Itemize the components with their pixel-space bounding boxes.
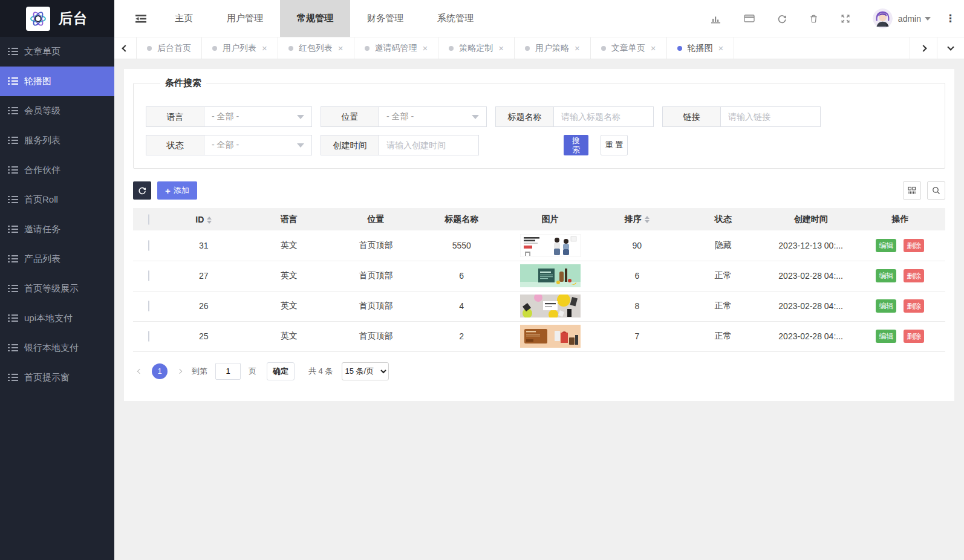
- username-menu[interactable]: admin: [898, 14, 931, 24]
- cell-created: 2023-02-28 04:...: [766, 291, 855, 321]
- position-select[interactable]: - 全部 -: [379, 106, 487, 127]
- nav-item-system-mgmt[interactable]: 系统管理: [420, 0, 490, 37]
- close-icon[interactable]: ×: [423, 44, 428, 53]
- list-icon: [8, 314, 18, 322]
- link-input[interactable]: [721, 106, 821, 127]
- tabs-menu-icon[interactable]: [937, 37, 964, 59]
- title-input[interactable]: [554, 106, 654, 127]
- tab-invite-code[interactable]: 邀请码管理×: [354, 37, 439, 59]
- sidebar-item-product-list[interactable]: 产品列表: [0, 244, 114, 274]
- more-menu-icon[interactable]: ⋮: [945, 12, 956, 25]
- cell-status: 正常: [680, 261, 767, 291]
- banner-thumbnail: [520, 325, 581, 348]
- language-select[interactable]: - 全部 -: [204, 106, 312, 127]
- per-page-select[interactable]: 15 条/页: [342, 362, 389, 380]
- reset-button[interactable]: 重 置: [601, 135, 628, 155]
- sidebar-item-invite-task[interactable]: 邀请任务: [0, 215, 114, 244]
- sidebar-collapse-icon[interactable]: [135, 14, 147, 24]
- sidebar-item-service-list[interactable]: 服务列表: [0, 126, 114, 155]
- close-icon[interactable]: ×: [718, 44, 724, 53]
- created-input[interactable]: [379, 135, 479, 155]
- carousel-panel: 条件搜索 语言 - 全部 - 位置 - 全部 -: [124, 69, 954, 401]
- sidebar-item-article-page[interactable]: 文章单页: [0, 37, 114, 67]
- status-select[interactable]: - 全部 -: [204, 135, 312, 155]
- sidebar-item-home-roll[interactable]: 首页Roll: [0, 185, 114, 215]
- sort-icon[interactable]: [207, 217, 212, 224]
- page-number-button[interactable]: 1: [152, 363, 168, 379]
- cell-created: 2023-02-28 04:...: [766, 321, 855, 351]
- cell-id: 25: [164, 321, 244, 351]
- tab-user-strategy[interactable]: 用户策略×: [515, 37, 591, 59]
- nav-item-general-mgmt[interactable]: 常规管理: [280, 0, 350, 37]
- status-label: 状态: [146, 135, 204, 155]
- banner-thumbnail: [520, 234, 581, 257]
- edit-button[interactable]: 编辑: [876, 299, 896, 313]
- refresh-icon[interactable]: [777, 14, 787, 24]
- sidebar-item-carousel[interactable]: 轮播图: [0, 67, 114, 96]
- refresh-table-button[interactable]: [133, 181, 151, 200]
- header-id[interactable]: ID: [164, 208, 244, 230]
- goto-page-input[interactable]: [215, 363, 241, 380]
- sort-icon[interactable]: [645, 216, 650, 223]
- row-checkbox[interactable]: [148, 301, 149, 311]
- sidebar-item-home-popup[interactable]: 首页提示窗: [0, 363, 114, 392]
- delete-button[interactable]: 删除: [904, 269, 924, 282]
- close-icon[interactable]: ×: [262, 44, 267, 53]
- edit-button[interactable]: 编辑: [876, 239, 896, 252]
- sidebar-item-bank-payment[interactable]: 银行本地支付: [0, 333, 114, 363]
- prev-page-icon[interactable]: [133, 363, 146, 379]
- close-icon[interactable]: ×: [338, 44, 344, 53]
- bar-chart-icon[interactable]: [711, 14, 721, 24]
- table-header-row: ID 语言 位置 标题名称 图片 排序 状态 创建时间 操作: [133, 208, 945, 230]
- tab-dashboard[interactable]: 后台首页: [137, 37, 202, 59]
- columns-toggle-button[interactable]: [903, 181, 921, 200]
- close-icon[interactable]: ×: [575, 44, 580, 53]
- sidebar-item-upi-payment[interactable]: upi本地支付: [0, 304, 114, 333]
- tab-redpacket-list[interactable]: 红包列表×: [278, 37, 354, 59]
- delete-button[interactable]: 删除: [904, 299, 924, 313]
- close-icon[interactable]: ×: [651, 44, 656, 53]
- columns-icon: [907, 186, 917, 195]
- nav-item-user-mgmt[interactable]: 用户管理: [210, 0, 280, 37]
- row-checkbox[interactable]: [148, 270, 149, 281]
- nav-item-home[interactable]: 主页: [158, 0, 210, 37]
- add-button[interactable]: + 添加: [157, 181, 197, 200]
- sidebar-item-home-level-display[interactable]: 首页等级展示: [0, 274, 114, 304]
- status-filter: 状态 - 全部 -: [146, 135, 312, 155]
- next-page-icon[interactable]: [173, 363, 186, 379]
- tab-carousel[interactable]: 轮播图×: [667, 37, 735, 59]
- search-toggle-button[interactable]: [927, 181, 945, 200]
- header-sort[interactable]: 排序: [594, 208, 680, 230]
- toolbar-right: [903, 181, 945, 200]
- search-button[interactable]: 搜 索: [564, 135, 588, 155]
- cell-language: 英文: [244, 291, 334, 321]
- tab-strategy-custom[interactable]: 策略定制×: [438, 37, 515, 59]
- tabs-scroll-left-icon[interactable]: [114, 37, 137, 59]
- title-filter: 标题名称: [495, 106, 654, 127]
- trash-icon[interactable]: [809, 14, 818, 24]
- nav-item-finance-mgmt[interactable]: 财务管理: [350, 0, 420, 37]
- sidebar-item-partners[interactable]: 合作伙伴: [0, 155, 114, 185]
- table-row: 31 英文 首页顶部 5550: [133, 230, 945, 261]
- list-icon: [8, 226, 18, 233]
- edit-button[interactable]: 编辑: [876, 330, 896, 343]
- credit-card-icon[interactable]: [744, 14, 755, 23]
- edit-button[interactable]: 编辑: [876, 269, 896, 282]
- cell-sort: 6: [594, 261, 680, 291]
- delete-button[interactable]: 删除: [904, 239, 924, 252]
- fullscreen-icon[interactable]: [841, 14, 850, 24]
- tab-user-list[interactable]: 用户列表×: [202, 37, 278, 59]
- sidebar-item-member-level[interactable]: 会员等级: [0, 96, 114, 126]
- row-checkbox[interactable]: [148, 240, 149, 251]
- user-avatar[interactable]: [873, 8, 893, 28]
- select-all-checkbox[interactable]: [148, 214, 149, 225]
- list-icon: [8, 255, 18, 263]
- main-area: 主页 用户管理 常规管理 财务管理 系统管理: [114, 0, 964, 560]
- tab-article-page[interactable]: 文章单页×: [591, 37, 667, 59]
- close-icon[interactable]: ×: [498, 44, 504, 53]
- row-checkbox[interactable]: [148, 331, 149, 342]
- header-title: 标题名称: [417, 208, 506, 230]
- confirm-button[interactable]: 确定: [267, 362, 295, 380]
- tabs-scroll-right-icon[interactable]: [910, 37, 937, 59]
- delete-button[interactable]: 删除: [904, 330, 924, 343]
